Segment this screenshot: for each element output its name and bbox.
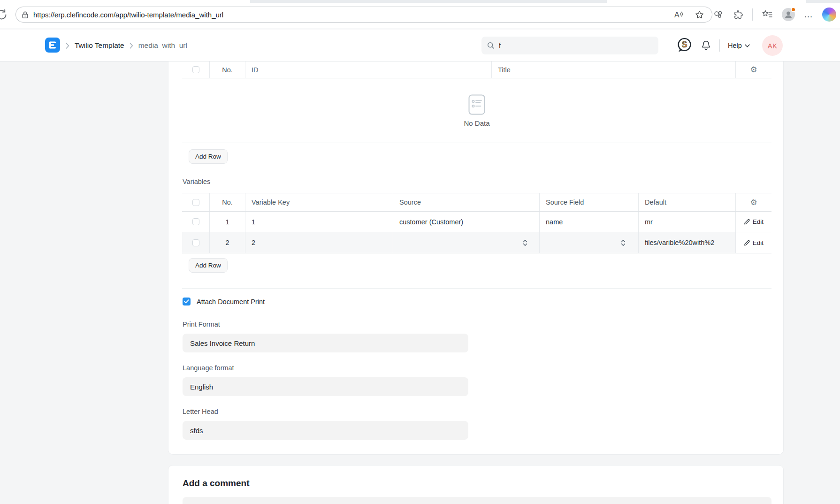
navbar-divider xyxy=(719,39,720,52)
add-comment-heading: Add a comment xyxy=(183,478,250,489)
lock-icon[interactable] xyxy=(22,11,29,19)
page-background: No. ID Title ⚙ No Data Add Row Variables… xyxy=(0,61,840,504)
select-all-checkbox[interactable] xyxy=(192,199,199,206)
select-caret-icon[interactable] xyxy=(523,239,527,247)
edit-label: Edit xyxy=(753,239,764,246)
column-source-field: Source Field xyxy=(540,193,639,211)
breadcrumb: Twilio Template media_with_url xyxy=(66,30,187,61)
grid-settings-gear-icon[interactable]: ⚙ xyxy=(750,199,757,206)
cell-source-field[interactable]: name xyxy=(540,212,639,232)
edit-row-button[interactable]: Edit xyxy=(744,218,764,225)
app-logo[interactable] xyxy=(45,38,60,53)
favorites-bar-icon[interactable] xyxy=(762,9,773,20)
column-variable-key: Variable Key xyxy=(245,193,393,211)
copilot-icon[interactable] xyxy=(822,8,836,22)
cell-variable-key[interactable]: 1 xyxy=(245,212,393,232)
svg-text:A: A xyxy=(674,11,680,19)
column-source: Source xyxy=(393,193,540,211)
select-all-checkbox[interactable] xyxy=(192,66,199,73)
help-label: Help xyxy=(728,42,742,49)
variables-grid: No. Variable Key Source Source Field Def… xyxy=(182,193,771,253)
search-input[interactable] xyxy=(499,42,653,49)
attach-document-print-field[interactable]: Attach Document Print xyxy=(183,298,265,305)
pencil-icon xyxy=(744,240,750,246)
comments-card: Add a comment xyxy=(168,465,784,504)
refresh-icon[interactable] xyxy=(0,8,8,21)
help-menu[interactable]: Help xyxy=(728,30,750,61)
grid-header-row: No. ID Title ⚙ xyxy=(182,61,771,78)
collections-icon[interactable] xyxy=(712,9,724,20)
column-default: Default xyxy=(639,193,736,211)
checked-checkbox[interactable] xyxy=(183,298,191,305)
form-card: No. ID Title ⚙ No Data Add Row Variables… xyxy=(168,61,784,455)
section-divider xyxy=(182,288,771,289)
chevron-right-icon xyxy=(130,43,133,49)
add-row-button[interactable]: Add Row xyxy=(189,149,228,164)
cell-variable-key[interactable]: 2 xyxy=(245,232,393,253)
pencil-icon xyxy=(744,219,750,225)
cell-source-field-select[interactable] xyxy=(540,232,639,253)
cell-no: 1 xyxy=(210,212,245,232)
column-id: ID xyxy=(245,61,492,78)
language-format-label: Language format xyxy=(183,364,234,372)
row-checkbox[interactable] xyxy=(192,239,199,246)
no-data-icon xyxy=(468,94,485,115)
browser-toolbar: https://erp.clefincode.com/app/twilio-te… xyxy=(0,0,840,29)
print-format-label: Print Format xyxy=(183,321,220,328)
select-caret-icon[interactable] xyxy=(621,239,626,247)
chat-support-icon[interactable]: S xyxy=(676,36,693,54)
search-icon xyxy=(487,42,495,49)
add-row-button[interactable]: Add Row xyxy=(189,258,228,273)
profile-notification-dot xyxy=(791,7,796,12)
breadcrumb-doctype[interactable]: Twilio Template xyxy=(75,41,124,50)
no-data-text: No Data xyxy=(464,119,489,127)
cell-no: 2 xyxy=(210,232,245,253)
print-format-input[interactable]: Sales Invoice Return xyxy=(183,334,468,352)
chevron-right-icon xyxy=(66,43,69,49)
attachments-grid: No. ID Title ⚙ No Data xyxy=(182,61,771,143)
row-checkbox[interactable] xyxy=(192,218,199,225)
edit-label: Edit xyxy=(753,218,764,225)
read-aloud-icon[interactable]: A xyxy=(674,10,685,19)
cell-default[interactable]: files/varible%20with%2 xyxy=(639,232,736,253)
cell-source[interactable]: customer (Customer) xyxy=(393,212,540,232)
variables-label: Variables xyxy=(183,178,210,185)
grid-header-row: No. Variable Key Source Source Field Def… xyxy=(182,193,771,212)
tab-strip xyxy=(250,0,607,3)
user-avatar[interactable]: AK xyxy=(762,35,783,56)
attach-document-print-label: Attach Document Print xyxy=(197,298,265,305)
chevron-down-icon xyxy=(745,44,750,47)
extensions-puzzle-icon[interactable] xyxy=(733,9,743,20)
letter-head-label: Letter Head xyxy=(183,408,218,415)
grid-settings-gear-icon[interactable]: ⚙ xyxy=(750,66,757,74)
grid-empty-state: No Data xyxy=(182,78,771,143)
edit-row-button[interactable]: Edit xyxy=(744,239,764,246)
toolbar-divider xyxy=(752,8,753,21)
breadcrumb-docname[interactable]: media_with_url xyxy=(138,41,187,50)
table-row[interactable]: 1 1 customer (Customer) name mr Edit xyxy=(182,212,771,232)
column-no: No. xyxy=(210,61,245,78)
letter-head-input[interactable]: sfds xyxy=(183,421,468,440)
app-navbar: Twilio Template media_with_url S Help AK xyxy=(0,30,840,61)
table-row[interactable]: 2 2 files/varible%20with%2 xyxy=(182,232,771,253)
column-no: No. xyxy=(210,193,245,211)
browser-profile-avatar[interactable] xyxy=(782,8,795,21)
cell-source-select[interactable] xyxy=(393,232,540,253)
notifications-bell-icon[interactable] xyxy=(700,39,712,52)
comment-input[interactable] xyxy=(183,497,771,504)
column-title: Title xyxy=(492,61,736,78)
language-format-input[interactable]: English xyxy=(183,377,468,396)
svg-text:S: S xyxy=(682,40,687,49)
global-search[interactable] xyxy=(481,37,658,54)
address-bar[interactable]: https://erp.clefincode.com/app/twilio-te… xyxy=(15,7,712,23)
cell-default[interactable]: mr xyxy=(639,212,736,232)
favorite-star-icon[interactable] xyxy=(695,10,704,20)
browser-menu-icon[interactable]: … xyxy=(804,9,813,20)
url-text[interactable]: https://erp.clefincode.com/app/twilio-te… xyxy=(33,11,674,19)
